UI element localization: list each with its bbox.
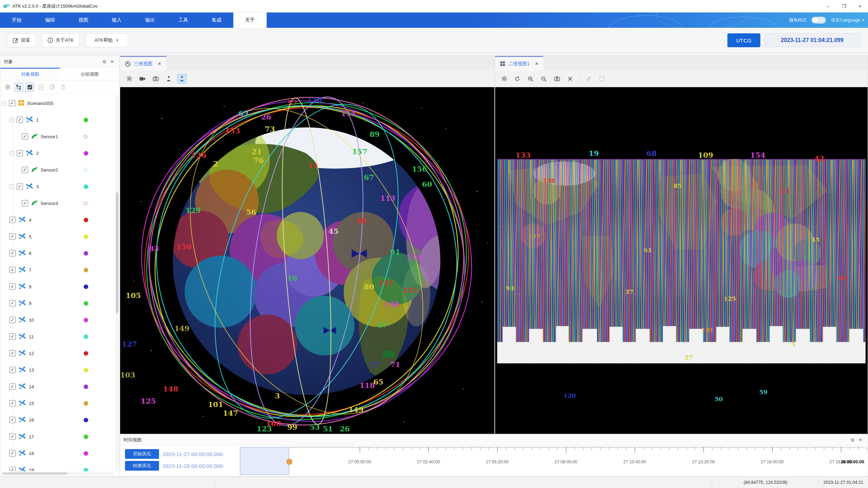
close-panel-icon[interactable]: ✕ (108, 58, 116, 66)
tree-view-icon[interactable] (14, 83, 23, 92)
checkbox[interactable]: ✓ (9, 350, 16, 356)
checkbox[interactable]: ✓ (17, 150, 23, 156)
timeline-ruler[interactable]: 27 00:00:0027 02:40:0027 05:20:0027 08:0… (240, 447, 864, 476)
tree-item-satellite-12[interactable]: ✓12 (0, 345, 115, 362)
snapshot-camera-icon[interactable] (552, 74, 562, 84)
snapshot-camera-icon[interactable] (151, 74, 160, 84)
about-atk-button[interactable]: 关于ATK (42, 33, 80, 47)
tree-item-satellite-10[interactable]: ✓10 (0, 312, 115, 328)
start-epoch-button[interactable]: 开始历元 (125, 449, 159, 459)
expander-icon[interactable]: − (9, 151, 14, 156)
menu-item-工具[interactable]: 工具 (167, 13, 200, 28)
theme-toggle[interactable] (811, 17, 826, 24)
tree-item-Sensor3[interactable]: ✓Sensor3 (0, 195, 115, 212)
expander-icon[interactable]: − (9, 118, 14, 122)
end-epoch-button[interactable]: 结束历元 (125, 461, 159, 471)
time-system-button[interactable]: UTCG (727, 33, 760, 47)
uncheck-all-icon[interactable] (36, 83, 45, 92)
tree-vertical-scrollbar[interactable] (116, 95, 119, 471)
checkbox[interactable]: ✓ (22, 200, 28, 206)
menu-item-开始[interactable]: 开始 (0, 13, 33, 28)
viewport-3d[interactable]: 5711011189632615373217613621115767156601… (120, 87, 494, 434)
tree-item-satellite-6[interactable]: ✓6 (0, 245, 115, 262)
tree-item-satellite-3[interactable]: −✓3 (0, 178, 115, 195)
minimize-button[interactable]: – (820, 0, 836, 13)
tree-item-satellite-9[interactable]: ✓9 (0, 295, 115, 312)
checkbox[interactable]: ✓ (22, 133, 28, 140)
tree-horizontal-scrollbar[interactable] (2, 472, 114, 475)
checkbox[interactable]: ✓ (9, 400, 16, 406)
atk-help-button[interactable]: ATK帮助 ▼ (85, 33, 128, 47)
clear-icon[interactable] (565, 74, 575, 84)
float-panel-icon[interactable]: ⧉ (849, 436, 857, 444)
zoom-out-icon[interactable] (539, 74, 549, 84)
menu-item-编辑[interactable]: 编辑 (33, 13, 67, 28)
checkbox[interactable]: ✓ (9, 383, 16, 390)
tree-item-satellite-11[interactable]: ✓11 (0, 328, 115, 345)
float-panel-icon[interactable]: ⧉ (101, 58, 108, 66)
object-panel-tab[interactable]: 对象视图 (0, 68, 60, 80)
tree-item-satellite-1[interactable]: −✓1 (0, 111, 115, 128)
checkbox[interactable]: ✓ (22, 167, 28, 173)
tree-item-satellite-13[interactable]: ✓13 (0, 362, 115, 378)
tree-item-scenario[interactable]: −✓Scenario555 (0, 95, 115, 111)
checkbox[interactable]: ✓ (9, 267, 16, 273)
menu-item-输出[interactable]: 输出 (133, 13, 167, 28)
zoom-in-icon[interactable] (526, 74, 535, 84)
checkbox[interactable]: ✓ (9, 100, 15, 106)
copy-icon[interactable] (48, 83, 57, 92)
tree-item-satellite-2[interactable]: −✓2 (0, 145, 115, 162)
checkbox[interactable]: ✓ (9, 417, 16, 423)
checkbox[interactable]: ✓ (17, 183, 23, 190)
checkbox[interactable]: ✓ (9, 233, 16, 240)
check-all-icon[interactable] (25, 83, 34, 92)
tree-settings-icon[interactable] (3, 83, 12, 92)
tree-item-Sensor1[interactable]: ✓Sensor1 (0, 128, 115, 145)
follow-view-icon[interactable] (177, 74, 187, 84)
tab-2d-view[interactable]: 二维视图1 ✕ (495, 56, 543, 71)
close-icon[interactable]: ✕ (535, 61, 539, 66)
close-icon[interactable]: ✕ (158, 61, 161, 66)
observer-view-icon[interactable] (164, 74, 174, 84)
viewport-2d[interactable]: 1331968109154421381578561214537931256910… (495, 87, 868, 434)
checkbox[interactable]: ✓ (9, 283, 16, 290)
checkbox[interactable]: ✓ (9, 333, 16, 340)
region-select-icon[interactable] (597, 74, 607, 84)
language-menu[interactable]: 语言/Language ▼ (831, 17, 865, 23)
tab-3d-view[interactable]: 三维视图 ✕ (120, 56, 166, 71)
timeline-selected-range[interactable] (240, 447, 289, 475)
refresh-icon[interactable] (512, 74, 522, 84)
checkbox[interactable]: ✓ (9, 300, 16, 306)
tree-item-satellite-14[interactable]: ✓14 (0, 378, 115, 395)
checkbox[interactable]: ✓ (9, 250, 16, 256)
menu-item-输入[interactable]: 输入 (100, 13, 133, 28)
view2d-settings-icon[interactable] (499, 74, 509, 84)
close-panel-icon[interactable]: ✕ (857, 436, 864, 444)
maximize-button[interactable]: ❐ (836, 0, 852, 13)
tree-item-satellite-19[interactable]: ✓19 (0, 462, 115, 471)
tree-item-satellite-18[interactable]: ✓18 (0, 445, 115, 462)
tree-item-Sensor2[interactable]: ✓Sensor2 (0, 162, 115, 178)
expander-icon[interactable]: − (9, 184, 14, 189)
object-panel-tab[interactable]: 分组视图 (60, 68, 120, 80)
delete-icon[interactable] (59, 83, 68, 92)
tree-item-satellite-17[interactable]: ✓17 (0, 428, 115, 445)
tree-item-satellite-15[interactable]: ✓15 (0, 395, 115, 412)
checkbox[interactable]: ✓ (9, 317, 16, 323)
measure-pencil-icon[interactable] (584, 74, 593, 84)
settings-button[interactable]: 设置 (7, 33, 36, 47)
menu-item-视图[interactable]: 视图 (67, 13, 100, 28)
menu-item-关于[interactable]: 关于 (233, 13, 267, 28)
tree-item-satellite-5[interactable]: ✓5 (0, 228, 115, 245)
checkbox[interactable]: ✓ (9, 217, 16, 223)
checkbox[interactable]: ✓ (9, 367, 16, 373)
timeline-handle[interactable] (286, 459, 292, 465)
tree-item-satellite-8[interactable]: ✓8 (0, 278, 115, 295)
expander-icon[interactable]: − (2, 101, 6, 106)
close-button[interactable]: × (852, 0, 868, 13)
view3d-settings-icon[interactable] (124, 74, 134, 84)
tree-item-satellite-16[interactable]: ✓16 (0, 412, 115, 428)
record-video-icon[interactable] (137, 74, 147, 84)
checkbox[interactable]: ✓ (9, 467, 16, 471)
menu-item-集成[interactable]: 集成 (200, 13, 233, 28)
